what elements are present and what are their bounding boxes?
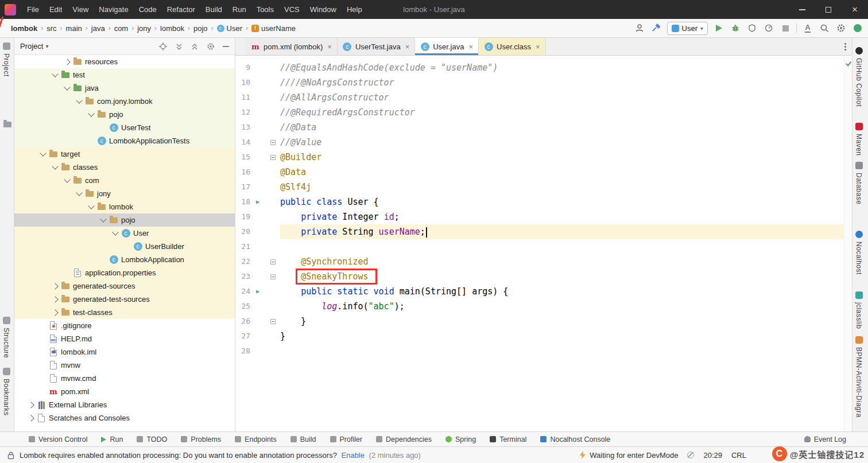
tool-window-button-problems[interactable]: Problems bbox=[181, 435, 221, 443]
line-ending[interactable]: CRL bbox=[731, 451, 746, 460]
tool-window-button-terminal[interactable]: Terminal bbox=[490, 435, 526, 443]
build-hammer-icon[interactable] bbox=[650, 22, 662, 34]
code-line-20[interactable]: 20 private String userName; bbox=[235, 224, 852, 239]
chevron-down-icon[interactable] bbox=[52, 163, 58, 169]
tool-window-button-todo[interactable]: TODO bbox=[137, 435, 167, 443]
stop-button[interactable] bbox=[780, 22, 791, 34]
code-line-17[interactable]: 17@Slf4j bbox=[235, 180, 852, 194]
tool-window-button-event-log[interactable]: Event Log bbox=[804, 435, 846, 443]
fold-icon[interactable] bbox=[265, 140, 280, 145]
tool-button-bpmn-activiti-diagra[interactable]: BPMN-Activiti-Diagra bbox=[855, 336, 863, 418]
translate-icon[interactable]: A bbox=[802, 22, 813, 34]
close-button[interactable]: × bbox=[842, 0, 868, 19]
tree-item-usertest[interactable]: cUserTest bbox=[14, 121, 235, 134]
chevron-down-icon[interactable] bbox=[88, 110, 94, 116]
search-icon[interactable] bbox=[819, 22, 830, 34]
chevron-down-icon[interactable] bbox=[88, 203, 94, 209]
tree-item-gitignore[interactable]: .gitignore bbox=[14, 319, 235, 332]
tree-item-lombok-iml[interactable]: lombok.iml bbox=[14, 345, 235, 359]
breadcrumb-item-lombok[interactable]: lombok bbox=[9, 24, 39, 33]
debug-icon[interactable] bbox=[730, 22, 741, 34]
menu-tools[interactable]: Tools bbox=[251, 5, 279, 14]
code-line-15[interactable]: 15@Builder bbox=[235, 150, 852, 165]
tool-window-button-endpoints[interactable]: Endpoints bbox=[235, 435, 277, 443]
chevron-down-icon[interactable] bbox=[112, 229, 118, 235]
tree-item-test-classes[interactable]: test-classes bbox=[14, 306, 235, 319]
tree-item-test[interactable]: test bbox=[14, 68, 235, 81]
menu-vcs[interactable]: VCS bbox=[279, 5, 305, 14]
menu-edit[interactable]: Edit bbox=[44, 5, 67, 14]
tree-item-lombokapplication[interactable]: cLombokApplication bbox=[14, 253, 235, 266]
code-line-28[interactable]: 28 bbox=[235, 344, 852, 359]
tree-item-jony[interactable]: jony bbox=[14, 187, 235, 200]
editor-tab-user-java[interactable]: cUser.java× bbox=[415, 38, 479, 55]
breadcrumb-item-lombok[interactable]: lombok bbox=[158, 24, 186, 33]
inspection-stripe[interactable] bbox=[844, 56, 852, 431]
code-line-16[interactable]: 16@Data bbox=[235, 165, 852, 180]
tree-item-lombokapplicationtests[interactable]: cLombokApplicationTests bbox=[14, 134, 235, 147]
code-line-23[interactable]: 23 @SneakyThrows bbox=[235, 269, 852, 284]
profile-icon[interactable] bbox=[634, 22, 645, 34]
code-line-12[interactable]: 12//@RequiredArgsConstructor bbox=[235, 105, 852, 120]
menu-window[interactable]: Window bbox=[305, 5, 342, 14]
chevron-down-icon[interactable] bbox=[100, 216, 106, 222]
tree-item-java[interactable]: java bbox=[14, 81, 235, 95]
chevron-right-icon[interactable] bbox=[52, 309, 58, 316]
breadcrumb-item-pojo[interactable]: pojo bbox=[192, 24, 210, 33]
coverage-icon[interactable] bbox=[746, 22, 758, 34]
editor-tab-user-class[interactable]: cUser.class× bbox=[479, 38, 546, 55]
tree-item-generated-sources[interactable]: generated-sources bbox=[14, 279, 235, 293]
menu-refactor[interactable]: Refactor bbox=[162, 5, 200, 14]
menu-navigate[interactable]: Navigate bbox=[94, 5, 133, 14]
code-line-19[interactable]: 19 private Integer id; bbox=[235, 209, 852, 224]
chevron-down-icon[interactable] bbox=[64, 176, 70, 182]
code-line-18[interactable]: 18▶public class User { bbox=[235, 194, 852, 209]
chevron-down-icon[interactable] bbox=[40, 150, 46, 156]
close-icon[interactable]: × bbox=[327, 42, 332, 51]
run-line-icon[interactable]: ▶ bbox=[250, 284, 265, 299]
profiler-icon[interactable] bbox=[763, 22, 774, 34]
tree-item-resources[interactable]: resources bbox=[14, 55, 235, 68]
menu-code[interactable]: Code bbox=[134, 5, 162, 14]
chevron-right-icon[interactable] bbox=[28, 402, 34, 408]
editor-tab-pom-xml-lombok[interactable]: mpom.xml (lombok)× bbox=[246, 38, 338, 55]
menu-run[interactable]: Run bbox=[227, 5, 251, 14]
collapse-all-icon[interactable] bbox=[191, 42, 199, 50]
breadcrumb-item-main[interactable]: main bbox=[64, 24, 84, 33]
tree-item-com[interactable]: com bbox=[14, 174, 235, 187]
tree-item-userbuilder[interactable]: cUserBuilder bbox=[14, 240, 235, 253]
close-icon[interactable]: × bbox=[468, 42, 473, 51]
code-line-13[interactable]: 13//@Data bbox=[235, 120, 852, 135]
tab-list-icon[interactable] bbox=[838, 38, 852, 55]
settings-gear-icon[interactable] bbox=[206, 42, 215, 51]
lock-icon[interactable] bbox=[7, 451, 15, 460]
fold-icon[interactable] bbox=[265, 274, 280, 279]
code-line-24[interactable]: 24▶ public static void main(String[] arg… bbox=[235, 284, 852, 299]
code-line-25[interactable]: 25 log.info("abc"); bbox=[235, 299, 852, 314]
tool-button-database[interactable]: Database bbox=[855, 162, 863, 204]
tree-item-lombok[interactable]: lombok bbox=[14, 200, 235, 213]
tool-window-button-dependencies[interactable]: Dependencies bbox=[376, 435, 432, 443]
chevron-right-icon[interactable] bbox=[28, 415, 34, 421]
code-line-14[interactable]: 14//@Value bbox=[235, 135, 852, 150]
tool-button-project[interactable]: Project bbox=[2, 42, 10, 77]
tree-item-mvnw[interactable]: mvnw bbox=[14, 359, 235, 372]
fold-icon[interactable] bbox=[265, 319, 280, 324]
tool-window-button-profiler[interactable]: Profiler bbox=[330, 435, 363, 443]
code-line-21[interactable]: 21 bbox=[235, 239, 852, 254]
expand-all-icon[interactable] bbox=[175, 42, 183, 50]
chevron-down-icon[interactable] bbox=[76, 189, 82, 196]
chevron-right-icon[interactable] bbox=[64, 59, 70, 65]
code-line-22[interactable]: 22 @Synchronized bbox=[235, 254, 852, 269]
editor-tab-usertest-java[interactable]: cUserTest.java× bbox=[338, 38, 415, 55]
minimize-button[interactable] bbox=[789, 0, 815, 19]
devmode-widget[interactable]: Waiting for enter DevMode bbox=[579, 451, 678, 460]
tool-button-jclasslib[interactable]: jclasslib bbox=[855, 291, 863, 329]
chevron-down-icon[interactable] bbox=[76, 97, 82, 103]
tree-item-generated-test-sources[interactable]: generated-test-sources bbox=[14, 293, 235, 306]
code-line-27[interactable]: 27} bbox=[235, 329, 852, 344]
locate-file-icon[interactable] bbox=[158, 42, 168, 51]
tree-item-pojo[interactable]: pojo bbox=[14, 108, 235, 121]
plugin-icon[interactable] bbox=[852, 22, 863, 34]
hide-panel-icon[interactable] bbox=[223, 46, 229, 47]
